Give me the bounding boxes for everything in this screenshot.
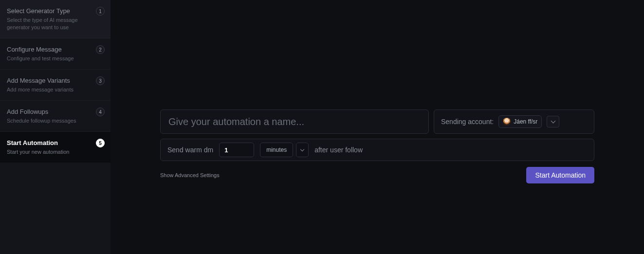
account-name: Jáen ff/sr [514,118,537,125]
step-number: 2 [96,45,105,54]
delay-unit-value[interactable]: minutes [260,143,293,157]
automation-name-panel [160,109,429,134]
step-title: Select Generator Type [7,7,85,16]
schedule-panel: Send warm dm minutes after user follow [160,139,594,161]
start-automation-button[interactable]: Start Automation [526,167,594,183]
step-title: Configure Message [7,45,85,54]
account-dropdown-toggle[interactable] [547,116,559,127]
sidebar-step-followups[interactable]: Add Followups Schedule followup messages… [0,101,110,132]
schedule-suffix: after user follow [314,146,363,154]
step-desc: Add more message variants [7,86,93,93]
delay-unit-toggle[interactable] [296,143,309,157]
schedule-prefix: Send warm dm [167,146,213,154]
avatar-icon [503,118,511,126]
sidebar-step-start-automation[interactable]: Start Automation Start your new automati… [0,132,110,163]
step-title: Add Followups [7,108,85,116]
advanced-settings-link[interactable]: Show Advanced Settings [160,172,220,178]
sidebar-step-configure-message[interactable]: Configure Message Configure and test mes… [0,38,110,70]
chevron-down-icon [551,119,555,124]
step-desc: Select the type of AI message generator … [7,17,93,32]
step-title: Start Automation [7,139,85,147]
sending-account-label: Sending account: [441,118,494,126]
delay-unit-select: minutes [260,143,309,157]
sidebar-step-message-variants[interactable]: Add Message Variants Add more message va… [0,70,110,101]
sending-account-panel: Sending account: Jáen ff/sr [434,109,594,134]
chevron-down-icon [300,147,304,151]
automation-name-input[interactable] [168,116,421,127]
step-desc: Schedule followup messages [7,117,93,125]
sending-account-chip[interactable]: Jáen ff/sr [498,115,542,128]
wizard-sidebar: Select Generator Type Select the type of… [0,0,110,254]
step-desc: Start your new automation [7,148,93,156]
sidebar-step-generator-type[interactable]: Select Generator Type Select the type of… [0,0,110,38]
step-title: Add Message Variants [7,76,85,85]
main-content: Sending account: Jáen ff/sr Send warm dm… [110,0,644,254]
step-number: 5 [96,139,105,147]
delay-value-input[interactable] [219,143,254,157]
step-desc: Configure and test message [7,55,93,62]
step-number: 3 [96,76,105,85]
step-number: 4 [96,108,105,116]
step-number: 1 [96,7,105,16]
